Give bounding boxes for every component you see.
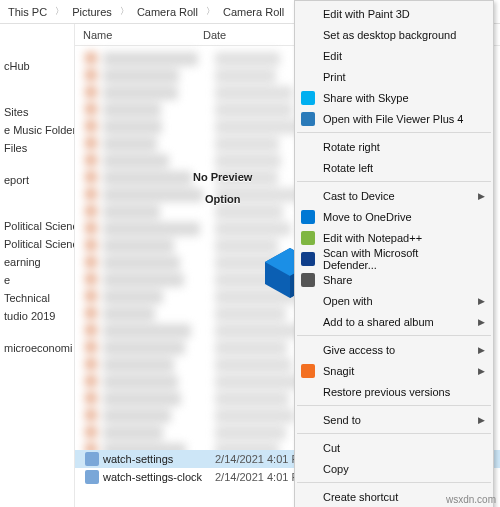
menu-item-label: Snagit bbox=[323, 365, 354, 377]
breadcrumb-item[interactable]: Camera Roll bbox=[133, 6, 202, 18]
menu-item[interactable]: Add to a shared album▶ bbox=[295, 311, 493, 332]
menu-item-icon bbox=[301, 91, 315, 105]
menu-item-label: Set as desktop background bbox=[323, 29, 456, 41]
menu-item-label: Edit bbox=[323, 50, 342, 62]
nav-item[interactable]: cHub bbox=[0, 58, 74, 76]
menu-item-label: Copy bbox=[323, 463, 349, 475]
menu-item[interactable]: Edit with Paint 3D bbox=[295, 3, 493, 24]
menu-item-label: Print bbox=[323, 71, 346, 83]
menu-item-label: Cut bbox=[323, 442, 340, 454]
column-header-name[interactable]: Name bbox=[75, 29, 195, 41]
file-name: watch-settings bbox=[103, 453, 215, 465]
menu-item-label: Scan with Microsoft Defender... bbox=[323, 247, 473, 271]
chevron-right-icon: ▶ bbox=[478, 296, 485, 306]
chevron-right-icon: 〉 bbox=[202, 5, 219, 18]
menu-item-icon bbox=[301, 252, 315, 266]
menu-item-icon bbox=[301, 210, 315, 224]
menu-item-label: Rotate left bbox=[323, 162, 373, 174]
menu-item[interactable]: Edit bbox=[295, 45, 493, 66]
menu-item[interactable]: Cast to Device▶ bbox=[295, 185, 493, 206]
chevron-right-icon: 〉 bbox=[116, 5, 133, 18]
chevron-right-icon: ▶ bbox=[478, 191, 485, 201]
menu-item-label: Open with bbox=[323, 295, 373, 307]
menu-item[interactable]: Scan with Microsoft Defender... bbox=[295, 248, 493, 269]
menu-item-label: Share bbox=[323, 274, 352, 286]
watermark: wsxdn.com bbox=[446, 494, 496, 505]
nav-item[interactable]: Technical bbox=[0, 290, 74, 308]
menu-item[interactable]: Share bbox=[295, 269, 493, 290]
menu-item[interactable]: Give access to▶ bbox=[295, 339, 493, 360]
menu-item[interactable]: Rotate left bbox=[295, 157, 493, 178]
nav-item[interactable]: earning bbox=[0, 254, 74, 272]
menu-item-label: Add to a shared album bbox=[323, 316, 434, 328]
menu-item-label: Cast to Device bbox=[323, 190, 395, 202]
menu-item[interactable]: Open with File Viewer Plus 4 bbox=[295, 108, 493, 129]
menu-item[interactable]: Edit with Notepad++ bbox=[295, 227, 493, 248]
menu-item[interactable]: Set as desktop background bbox=[295, 24, 493, 45]
file-icon bbox=[85, 452, 99, 466]
nav-item[interactable]: Political Scienc bbox=[0, 218, 74, 236]
menu-item-icon bbox=[301, 364, 315, 378]
nav-item[interactable]: eport bbox=[0, 172, 74, 190]
breadcrumb-item[interactable]: Pictures bbox=[68, 6, 116, 18]
menu-item-icon bbox=[301, 112, 315, 126]
menu-separator bbox=[297, 405, 491, 406]
chevron-right-icon: ▶ bbox=[478, 366, 485, 376]
chevron-right-icon: 〉 bbox=[51, 5, 68, 18]
menu-item[interactable]: Cut bbox=[295, 437, 493, 458]
chevron-right-icon: ▶ bbox=[478, 345, 485, 355]
menu-item-label: Share with Skype bbox=[323, 92, 409, 104]
menu-item-label: Edit with Paint 3D bbox=[323, 8, 410, 20]
overlay-label: No Preview Option bbox=[193, 166, 252, 210]
nav-item[interactable]: Files bbox=[0, 140, 74, 158]
column-header-date[interactable]: Date bbox=[195, 29, 295, 41]
menu-separator bbox=[297, 433, 491, 434]
nav-tree[interactable]: cHub Sites e Music Folder Files eport Po… bbox=[0, 24, 75, 507]
menu-item[interactable]: Print bbox=[295, 66, 493, 87]
menu-item-icon bbox=[301, 231, 315, 245]
menu-separator bbox=[297, 181, 491, 182]
menu-item[interactable]: Share with Skype bbox=[295, 87, 493, 108]
menu-item[interactable]: Copy bbox=[295, 458, 493, 479]
file-icon bbox=[85, 470, 99, 484]
menu-item-label: Edit with Notepad++ bbox=[323, 232, 422, 244]
nav-item[interactable]: e Music Folder bbox=[0, 122, 74, 140]
menu-separator bbox=[297, 132, 491, 133]
menu-item[interactable]: Snagit▶ bbox=[295, 360, 493, 381]
menu-item-label: Rotate right bbox=[323, 141, 380, 153]
menu-item-label: Create shortcut bbox=[323, 491, 398, 503]
menu-item-label: Give access to bbox=[323, 344, 395, 356]
menu-separator bbox=[297, 335, 491, 336]
menu-separator bbox=[297, 482, 491, 483]
nav-item[interactable]: microeconomi bbox=[0, 340, 74, 358]
menu-item-label: Restore previous versions bbox=[323, 386, 450, 398]
chevron-right-icon: ▶ bbox=[478, 317, 485, 327]
nav-item[interactable]: Sites bbox=[0, 104, 74, 122]
menu-item-label: Send to bbox=[323, 414, 361, 426]
chevron-right-icon: ▶ bbox=[478, 415, 485, 425]
menu-item-icon bbox=[301, 273, 315, 287]
nav-item[interactable]: tudio 2019 bbox=[0, 308, 74, 326]
file-name: watch-settings-clock bbox=[103, 471, 215, 483]
menu-item[interactable]: Open with▶ bbox=[295, 290, 493, 311]
nav-item[interactable]: Political Scienc bbox=[0, 236, 74, 254]
context-menu: Edit with Paint 3DSet as desktop backgro… bbox=[294, 0, 494, 507]
menu-item[interactable]: Send to▶ bbox=[295, 409, 493, 430]
menu-item-label: Open with File Viewer Plus 4 bbox=[323, 113, 463, 125]
menu-item[interactable]: Move to OneDrive bbox=[295, 206, 493, 227]
menu-item[interactable]: Restore previous versions bbox=[295, 381, 493, 402]
breadcrumb-item[interactable]: This PC bbox=[4, 6, 51, 18]
menu-item[interactable]: Rotate right bbox=[295, 136, 493, 157]
nav-item[interactable]: e bbox=[0, 272, 74, 290]
menu-item-label: Move to OneDrive bbox=[323, 211, 412, 223]
breadcrumb-item[interactable]: Camera Roll bbox=[219, 6, 288, 18]
